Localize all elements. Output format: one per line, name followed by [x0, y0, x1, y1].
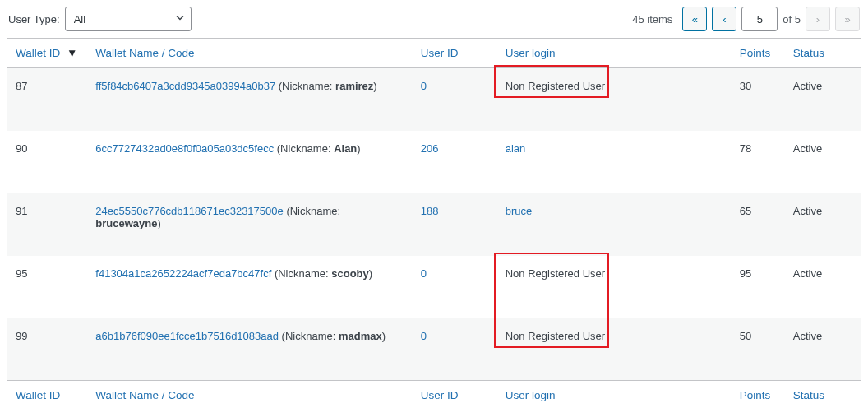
wallet-code-link[interactable]: f41304a1ca2652224acf7eda7bc47fcf [95, 267, 271, 280]
cell-points: 30 [700, 68, 785, 131]
fcol-status[interactable]: Status [785, 381, 861, 410]
nickname-prefix: (Nickname: [274, 142, 334, 155]
user-id-link[interactable]: 0 [421, 267, 427, 280]
table-wrap: Wallet ID ▼ Wallet Name / Code User ID U… [7, 38, 861, 410]
cell-points: 78 [700, 131, 785, 193]
cell-wallet-name: f41304a1ca2652224acf7eda7bc47fcf (Nickna… [87, 256, 412, 318]
page-last-button: » [835, 7, 860, 31]
cell-user-id: 206 [413, 131, 497, 193]
cell-wallet-name: a6b1b76f090ee1fcce1b7516d1083aad (Nickna… [87, 318, 412, 381]
cell-wallet-id: 95 [7, 256, 88, 318]
wallet-table: Wallet ID ▼ Wallet Name / Code User ID U… [7, 38, 861, 410]
page-total: of 5 [783, 13, 801, 25]
cell-user-id: 188 [413, 193, 497, 256]
wallet-code-link[interactable]: 24ec5550c776cdb118671ec32317500e [95, 205, 283, 217]
nickname: brucewayne [95, 217, 157, 229]
cell-user-login: Non Registered User [497, 318, 700, 381]
non-registered-label: Non Registered User [506, 80, 605, 92]
nickname-suffix: ) [373, 80, 376, 92]
cell-user-login: alan [497, 131, 700, 193]
cell-wallet-name: 6cc7727432ad0e8f0f0a05a03dc5fecc (Nickna… [87, 131, 412, 193]
user-type-label: User Type: [8, 13, 60, 25]
cell-user-login: Non Registered User [497, 68, 700, 131]
col-points[interactable]: Points [700, 39, 785, 68]
user-login-link[interactable]: alan [506, 142, 526, 155]
fcol-wallet-id[interactable]: Wallet ID [7, 381, 88, 410]
user-login-link[interactable]: bruce [506, 205, 533, 217]
cell-wallet-id: 99 [7, 318, 88, 381]
page-current-input[interactable] [741, 7, 778, 31]
cell-user-id: 0 [413, 318, 497, 381]
nickname: madmax [339, 330, 382, 342]
cell-status: Active [785, 193, 861, 256]
nickname: ramirez [335, 80, 373, 92]
page-first-button[interactable]: « [682, 7, 707, 31]
col-user-login[interactable]: User login [497, 39, 700, 68]
user-id-link[interactable]: 0 [421, 330, 427, 342]
nickname: scooby [331, 267, 369, 280]
cell-wallet-id: 90 [7, 131, 88, 193]
nickname-suffix: ) [157, 217, 160, 229]
cell-status: Active [785, 131, 861, 193]
fcol-user-login[interactable]: User login [497, 381, 700, 410]
col-wallet-id[interactable]: Wallet ID ▼ [7, 39, 88, 68]
cell-points: 50 [700, 318, 785, 381]
toolbar: User Type: All 45 items « ‹ of 5 › » [7, 7, 861, 38]
non-registered-label: Non Registered User [506, 267, 605, 280]
fcol-points[interactable]: Points [700, 381, 785, 410]
col-wallet-id-label: Wallet ID [16, 47, 60, 59]
cell-status: Active [785, 256, 861, 318]
cell-user-login: Non Registered User [497, 256, 700, 318]
user-id-link[interactable]: 206 [421, 142, 439, 155]
table-footer-row: Wallet ID Wallet Name / Code User ID Use… [7, 381, 861, 410]
cell-status: Active [785, 318, 861, 381]
table-row: 87ff5f84cb6407a3cdd9345a03994a0b37 (Nick… [7, 68, 861, 131]
nickname-suffix: ) [382, 330, 386, 342]
wallet-code-link[interactable]: a6b1b76f090ee1fcce1b7516d1083aad [95, 330, 279, 342]
wallet-code-link[interactable]: ff5f84cb6407a3cdd9345a03994a0b37 [95, 80, 275, 92]
user-type-select-wrap: All [65, 7, 192, 31]
user-id-link[interactable]: 0 [421, 80, 427, 92]
cell-wallet-id: 91 [7, 193, 88, 256]
nickname-prefix: (Nickname: [284, 205, 340, 217]
cell-user-login: bruce [497, 193, 700, 256]
non-registered-label: Non Registered User [506, 330, 605, 342]
item-count: 45 items [632, 13, 672, 25]
table-body: 87ff5f84cb6407a3cdd9345a03994a0b37 (Nick… [7, 68, 861, 381]
fcol-user-id[interactable]: User ID [413, 381, 497, 410]
table-row: 99a6b1b76f090ee1fcce1b7516d1083aad (Nick… [7, 318, 861, 381]
sort-desc-icon: ▼ [67, 47, 77, 59]
nickname-prefix: (Nickname: [275, 80, 335, 92]
cell-points: 95 [700, 256, 785, 318]
nickname-suffix: ) [357, 142, 360, 155]
table-header-row: Wallet ID ▼ Wallet Name / Code User ID U… [7, 39, 861, 68]
cell-user-id: 0 [413, 256, 497, 318]
cell-user-id: 0 [413, 68, 497, 131]
table-row: 95f41304a1ca2652224acf7eda7bc47fcf (Nick… [7, 256, 861, 318]
pagination: 45 items « ‹ of 5 › » [632, 7, 860, 31]
col-user-id[interactable]: User ID [413, 39, 497, 68]
col-wallet-name[interactable]: Wallet Name / Code [87, 39, 412, 68]
table-row: 9124ec5550c776cdb118671ec32317500e (Nick… [7, 193, 861, 256]
nickname-prefix: (Nickname: [271, 267, 331, 280]
cell-wallet-name: 24ec5550c776cdb118671ec32317500e (Nickna… [87, 193, 412, 256]
table-row: 906cc7727432ad0e8f0f0a05a03dc5fecc (Nick… [7, 131, 861, 193]
wallet-code-link[interactable]: 6cc7727432ad0e8f0f0a05a03dc5fecc [95, 142, 274, 155]
nickname-suffix: ) [369, 267, 372, 280]
col-status[interactable]: Status [785, 39, 861, 68]
filter-group: User Type: All [8, 7, 192, 31]
nickname-prefix: (Nickname: [279, 330, 339, 342]
fcol-wallet-name[interactable]: Wallet Name / Code [87, 381, 412, 410]
cell-wallet-name: ff5f84cb6407a3cdd9345a03994a0b37 (Nickna… [87, 68, 412, 131]
cell-status: Active [785, 68, 861, 131]
cell-wallet-id: 87 [7, 68, 88, 131]
page-next-button: › [806, 7, 830, 31]
user-id-link[interactable]: 188 [421, 205, 439, 217]
user-type-select[interactable]: All [65, 7, 192, 31]
cell-points: 65 [700, 193, 785, 256]
page-prev-button[interactable]: ‹ [712, 7, 736, 31]
nickname: Alan [334, 142, 357, 155]
